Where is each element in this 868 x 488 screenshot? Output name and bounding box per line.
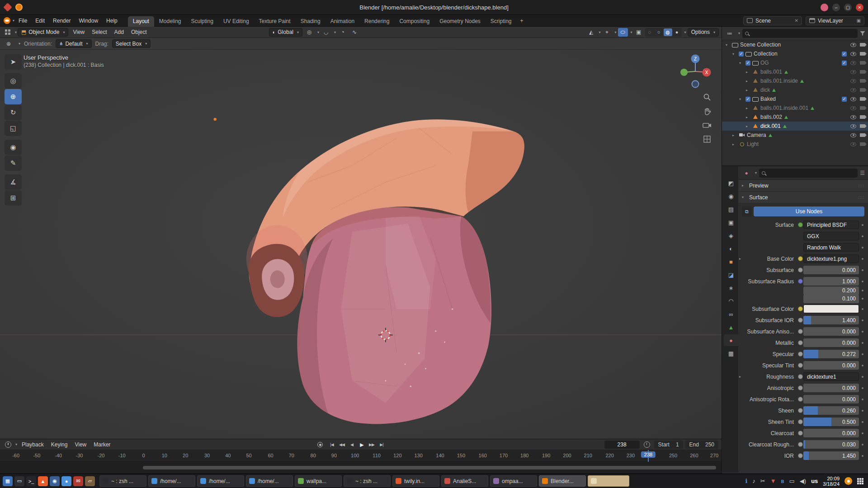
property-field[interactable]: dicktexture1.png <box>803 254 859 263</box>
properties-options-icon[interactable]: ☰ <box>860 170 865 176</box>
tab-world[interactable]: ◐ <box>724 243 738 254</box>
taskbar-clock[interactable]: 20:09 3/18/24 <box>823 476 840 487</box>
hide-in-viewport-icon[interactable] <box>850 133 856 137</box>
selectability-icon[interactable]: ◭ <box>586 28 596 37</box>
disable-in-renders-icon[interactable] <box>860 106 865 110</box>
maximize-button[interactable]: ▢ <box>844 4 852 11</box>
scene-selector[interactable]: Scene ✕ <box>743 16 802 25</box>
property-field[interactable]: GGX <box>803 232 859 240</box>
orientation-setting-dropdown[interactable]: ⋔ Default ▾ <box>56 39 91 48</box>
display-tray-icon[interactable]: ▭ <box>789 478 795 484</box>
property-field[interactable]: 0.000 <box>803 266 859 274</box>
proportional-falloff-icon[interactable]: ∿ <box>349 28 359 37</box>
expand-toggle-icon[interactable]: ▸ <box>746 124 750 128</box>
decorator-dot[interactable] <box>859 353 866 355</box>
decorator-dot[interactable] <box>859 298 866 300</box>
outliner-row[interactable]: ▸ ✓ dick.001 ✓ <box>722 122 868 131</box>
terminal-launcher-icon[interactable]: >_ <box>26 476 36 486</box>
hide-in-viewport-icon[interactable] <box>850 88 856 92</box>
decorator-dot[interactable] <box>859 281 866 282</box>
object-name[interactable]: OG <box>760 60 769 66</box>
outliner-row[interactable]: ▸ ✓ balls.001.inside ✓ <box>722 76 868 85</box>
rendered-shading-icon[interactable]: ● <box>673 28 681 36</box>
node-socket-dot[interactable] <box>797 431 803 436</box>
prev-frame-button[interactable]: ◀ <box>347 441 356 449</box>
property-field[interactable]: 0.000 <box>803 361 859 370</box>
exclude-checkbox[interactable]: ✓ <box>842 97 847 102</box>
node-socket-dot[interactable] <box>797 408 803 413</box>
decorator-dot[interactable] <box>859 269 866 271</box>
object-name[interactable]: balls.001 <box>760 69 782 75</box>
workspace-tab[interactable]: Modeling <box>154 16 186 27</box>
expand-icon[interactable]: ▸ <box>739 257 743 261</box>
node-socket-dot[interactable] <box>797 352 803 357</box>
property-field[interactable]: Random Walk <box>803 243 859 252</box>
snap-magnet-icon[interactable]: ◡ <box>321 28 331 37</box>
outliner-row[interactable]: ▸ ✓ dick ✓ <box>722 85 868 94</box>
object-name[interactable]: Baked <box>760 96 776 102</box>
proportional-editing-icon[interactable]: ◔ <box>338 28 348 37</box>
object-name[interactable]: Scene Collection <box>740 42 781 48</box>
tab-material[interactable]: ● <box>724 334 738 346</box>
app-grid-icon[interactable] <box>857 478 863 484</box>
outliner-row[interactable]: ▸ ✓ balls.002 ✓ <box>722 113 868 122</box>
taskbar-window-button[interactable]: /home/... <box>246 475 293 487</box>
jump-to-start-button[interactable]: |◀ <box>327 441 336 449</box>
material-properties-icon[interactable]: ● <box>741 169 751 177</box>
new-viewlayer-icon[interactable]: ▣ <box>857 18 861 23</box>
vlc-icon[interactable]: ▲ <box>38 476 48 486</box>
tab-view-layer[interactable]: ▣ <box>724 216 738 228</box>
hide-in-viewport-icon[interactable] <box>850 106 856 110</box>
decorator-dot[interactable] <box>859 319 866 321</box>
decorator-dot[interactable] <box>859 365 866 366</box>
node-socket-dot[interactable] <box>797 340 803 345</box>
taskbar-window-button[interactable]: ~ : zsh ... <box>99 475 146 487</box>
notification-bell-icon[interactable] <box>844 477 852 485</box>
property-field[interactable]: 1.450 <box>803 451 859 460</box>
tool-rotate[interactable]: ↻ <box>5 105 22 120</box>
outliner-row[interactable]: ▸ ✓ balls.001.inside.001 ✓ <box>722 103 868 113</box>
collection-checkbox[interactable]: ✓ <box>745 61 750 66</box>
hide-in-viewport-icon[interactable] <box>850 52 856 56</box>
blender-menu-icon[interactable] <box>4 17 10 24</box>
download-tray-icon[interactable]: ▼ <box>770 478 776 484</box>
property-field[interactable]: 0.500 <box>803 418 859 426</box>
hide-in-viewport-icon[interactable] <box>850 124 856 128</box>
tool-add-cube[interactable]: ⊞ <box>5 190 22 206</box>
node-socket-dot[interactable] <box>797 363 803 368</box>
viewport-menu-item[interactable]: Object <box>127 29 151 35</box>
use-nodes-button[interactable]: Use Nodes <box>754 206 864 216</box>
preview-section-header[interactable]: ▸ Preview :::: <box>738 180 868 192</box>
taskbar-window-button[interactable]: ompaa... <box>490 475 537 487</box>
tool-measure[interactable]: ∡ <box>5 174 22 190</box>
viewlayer-selector[interactable]: ViewLayer ▣ <box>806 16 864 25</box>
node-socket-dot[interactable] <box>797 442 803 447</box>
decorator-dot[interactable] <box>859 410 866 412</box>
property-field[interactable]: Principled BSDF <box>803 221 859 229</box>
disable-in-renders-icon[interactable] <box>860 43 865 47</box>
disable-in-renders-icon[interactable] <box>860 124 865 128</box>
screenshot-icon[interactable]: ◉ <box>50 476 60 486</box>
disable-in-renders-icon[interactable] <box>860 79 865 83</box>
taskbar-window-button[interactable]: /home/... <box>197 475 244 487</box>
properties-search-input[interactable] <box>759 169 858 178</box>
xray-icon[interactable]: ▣ <box>634 28 644 37</box>
taskbar-window-button[interactable]: AnalieS... <box>441 475 488 487</box>
use-preview-range-icon[interactable] <box>642 440 652 449</box>
object-name[interactable]: Camera <box>747 132 766 138</box>
tab-particles[interactable]: ∗ <box>724 282 738 294</box>
navigation-gizmo[interactable]: Z X <box>676 52 714 90</box>
wireframe-shading-icon[interactable]: ◌ <box>646 28 654 36</box>
decorator-dot[interactable] <box>859 224 866 226</box>
exclude-checkbox[interactable]: ✓ <box>842 52 847 56</box>
property-field[interactable]: 1.000 <box>803 277 859 286</box>
play-button[interactable]: ▶ <box>357 441 366 449</box>
collection-checkbox[interactable]: ✓ <box>745 97 750 102</box>
overlays-icon[interactable]: ⬭ <box>618 28 628 37</box>
collection-checkbox[interactable]: ✓ <box>739 52 744 56</box>
node-socket-dot[interactable] <box>797 397 803 402</box>
taskbar-window-button[interactable]: wallpa... <box>295 475 342 487</box>
workspace-tab[interactable]: UV Editing <box>218 16 254 27</box>
bluetooth-tray-icon[interactable]: ʙ <box>781 478 784 484</box>
property-field[interactable]: 0.200 <box>803 286 859 295</box>
